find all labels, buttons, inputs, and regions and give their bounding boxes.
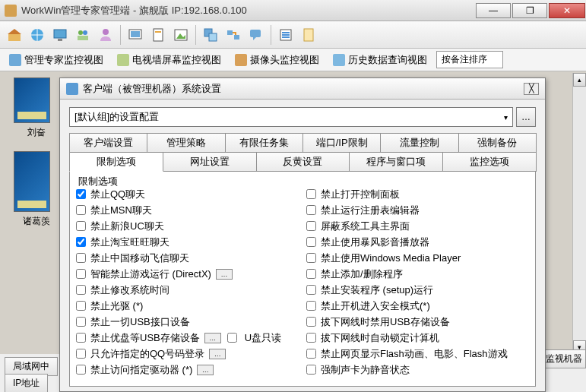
restriction-label: 禁止访问指定驱动器 (*) [90, 363, 192, 377]
close-button[interactable]: ✕ [549, 3, 585, 18]
restriction-checkbox[interactable] [76, 269, 86, 279]
dialog-close-button[interactable]: ╳ [524, 83, 539, 95]
restriction-checkbox[interactable] [306, 365, 316, 375]
config-group-dropdown[interactable]: [默认组]的设置配置 ▾ [69, 107, 513, 127]
svg-rect-10 [131, 31, 140, 37]
restriction-checkbox[interactable] [76, 301, 86, 311]
settings-tab[interactable]: 端口/IP限制 [303, 133, 381, 152]
restriction-checkbox-row[interactable]: 禁止打开控制面板 [306, 186, 529, 202]
side-monitor-button[interactable]: 监视机器 [542, 349, 586, 368]
settings-tab[interactable]: 程序与窗口项 [349, 152, 443, 172]
minimize-button[interactable]: — [476, 3, 511, 18]
restriction-checkbox-row[interactable]: 禁止QQ聊天 [76, 186, 299, 202]
restriction-checkbox-row[interactable]: 禁止网页显示Flash动画、电影、Flash游戏 [306, 346, 529, 362]
toolbar-list-icon[interactable] [276, 25, 296, 45]
restriction-checkbox[interactable] [306, 349, 316, 359]
svg-rect-11 [154, 29, 163, 41]
vertical-scrollbar[interactable]: ▴ ▾ [572, 73, 586, 354]
restriction-checkbox-row[interactable]: 禁止光驱 (*) [76, 298, 299, 314]
settings-tab[interactable]: 客户端设置 [69, 133, 147, 152]
restriction-checkbox[interactable] [306, 269, 316, 279]
client-thumbnail[interactable] [14, 77, 50, 123]
settings-tab[interactable]: 网址设置 [163, 152, 257, 172]
detail-button[interactable]: … [216, 269, 233, 280]
restriction-checkbox-row[interactable]: 禁止运行注册表编辑器 [306, 202, 529, 218]
restriction-checkbox-row[interactable]: 禁止MSN聊天 [76, 202, 299, 218]
restriction-checkbox-row[interactable]: 禁止一切USB接口设备 [76, 314, 299, 330]
detail-button[interactable]: … [209, 349, 226, 359]
detail-button[interactable]: … [197, 365, 214, 375]
view-tvwall[interactable]: 电视墙屏幕监控视图 [112, 52, 226, 68]
toolbar-page-icon[interactable] [148, 25, 168, 45]
toolbar-screen-icon[interactable] [125, 25, 145, 45]
restriction-checkbox-row[interactable]: 禁止新浪UC聊天 [76, 218, 299, 234]
detail-button[interactable]: … [204, 333, 221, 343]
restriction-checkbox-row[interactable]: 禁止安装程序 (setup)运行 [306, 282, 529, 298]
restriction-checkbox-row[interactable]: 禁止优盘等USB存储设备…U盘只读 [76, 330, 299, 346]
toolbar-doc-icon[interactable] [299, 25, 318, 45]
restriction-checkbox[interactable] [306, 301, 316, 311]
scroll-up-button[interactable]: ▴ [573, 73, 586, 87]
restriction-checkbox[interactable] [76, 333, 86, 343]
maximize-button[interactable]: ❐ [512, 3, 547, 18]
restriction-checkbox[interactable] [76, 237, 86, 247]
toolbar-home-icon[interactable] [5, 25, 24, 45]
toolbar-user-icon[interactable] [96, 25, 116, 45]
sort-dropdown[interactable]: 按备注排序 [436, 51, 503, 68]
restriction-checkbox-row[interactable]: 禁止中国移动飞信聊天 [76, 250, 299, 266]
usb-readonly-checkbox[interactable] [227, 333, 237, 343]
toolbar-separator [120, 25, 121, 45]
toolbar-windows-icon[interactable] [201, 25, 220, 45]
settings-tab[interactable]: 监控选项 [442, 152, 537, 172]
client-thumbnail[interactable] [14, 151, 50, 212]
restriction-checkbox[interactable] [306, 237, 316, 247]
scroll-track[interactable] [573, 87, 586, 340]
restriction-checkbox[interactable] [76, 349, 86, 359]
restriction-checkbox[interactable] [306, 317, 316, 327]
toolbar-monitor-icon[interactable] [50, 25, 70, 45]
toolbar-users-icon[interactable] [73, 25, 93, 45]
client-name: 诸葛羡 [14, 215, 59, 228]
restriction-checkbox[interactable] [76, 189, 86, 199]
restriction-checkbox-row[interactable]: 拔下网线时自动锁定计算机 [306, 330, 529, 346]
restriction-checkbox-row[interactable]: 禁止修改系统时间 [76, 282, 299, 298]
restriction-checkbox-row[interactable]: 屏蔽系统工具主界面 [306, 218, 529, 234]
toolbar-transfer-icon[interactable] [223, 25, 243, 45]
view-history[interactable]: 历史数据查询视图 [328, 52, 432, 68]
restriction-checkbox[interactable] [306, 189, 316, 199]
bottom-tab-ip[interactable]: IP地址 [5, 374, 48, 392]
settings-tab[interactable]: 反黄设置 [256, 152, 350, 172]
restriction-checkbox[interactable] [306, 205, 316, 215]
settings-tab[interactable]: 有限任务集 [225, 133, 303, 152]
restriction-checkbox-row[interactable]: 禁止开机进入安全模式(*) [306, 298, 529, 314]
restriction-checkbox-row[interactable]: 拔下网线时禁用USB存储设备 [306, 314, 529, 330]
settings-tab[interactable]: 管理策略 [147, 133, 225, 152]
restriction-checkbox[interactable] [76, 317, 86, 327]
settings-tab[interactable]: 强制备份 [458, 133, 537, 152]
restriction-checkbox[interactable] [76, 253, 86, 263]
restriction-checkbox-row[interactable]: 禁止使用暴风影音播放器 [306, 234, 529, 250]
config-browse-button[interactable]: … [516, 107, 536, 127]
restriction-checkbox[interactable] [76, 205, 86, 215]
restriction-checkbox-row[interactable]: 只允许指定的QQ号码登录… [76, 346, 299, 362]
restriction-checkbox[interactable] [76, 365, 86, 375]
view-expert-monitor[interactable]: 管理专家监控视图 [5, 52, 108, 68]
restriction-checkbox-row[interactable]: 禁止淘宝旺旺聊天 [76, 234, 299, 250]
restriction-checkbox-row[interactable]: 智能禁止游戏运行 (DirectX)… [76, 266, 299, 282]
toolbar-chat-icon[interactable] [246, 25, 266, 45]
restriction-checkbox-row[interactable]: 强制声卡为静音状态 [306, 362, 529, 378]
restriction-checkbox[interactable] [76, 221, 86, 231]
restriction-checkbox-row[interactable]: 禁止使用Windows Media Player [306, 250, 529, 266]
toolbar-image-icon[interactable] [171, 25, 191, 45]
restriction-checkbox[interactable] [306, 221, 316, 231]
restriction-checkbox[interactable] [306, 285, 316, 295]
restriction-checkbox-row[interactable]: 禁止访问指定驱动器 (*)… [76, 362, 299, 378]
settings-tab[interactable]: 流量控制 [380, 133, 458, 152]
restriction-checkbox[interactable] [76, 285, 86, 295]
view-camera[interactable]: 摄像头监控视图 [230, 52, 324, 68]
settings-tab[interactable]: 限制选项 [69, 152, 163, 172]
restriction-checkbox[interactable] [306, 333, 316, 343]
restriction-checkbox[interactable] [306, 253, 316, 263]
toolbar-globe-icon[interactable] [27, 25, 47, 45]
restriction-checkbox-row[interactable]: 禁止添加/删除程序 [306, 266, 529, 282]
